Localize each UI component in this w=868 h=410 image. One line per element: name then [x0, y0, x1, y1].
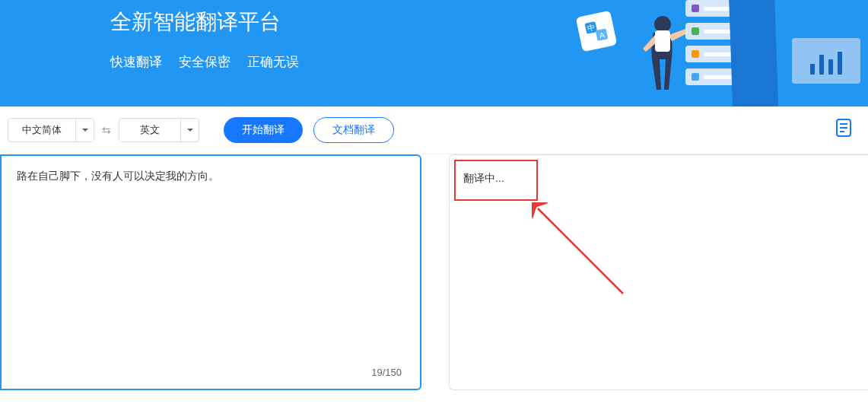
target-text-panel: 翻译中... — [449, 154, 868, 390]
hero-sub-accurate: 正确无误 — [247, 53, 299, 71]
hero-banner: 全新智能翻译平台 快速翻译 安全保密 正确无误 中A — [0, 0, 868, 106]
svg-text:中: 中 — [587, 23, 596, 33]
source-language-select[interactable]: 中文简体 — [8, 118, 94, 142]
target-language-select[interactable]: 英文 — [119, 118, 199, 142]
toolbar: 中文简体 ⇆ 英文 开始翻译 文档翻译 — [0, 106, 868, 154]
hero-sub-secure: 安全保密 — [179, 53, 231, 71]
person-icon — [641, 14, 687, 105]
translation-panels: 路在自己脚下，没有人可以决定我的方向。 19/150 翻译中... — [0, 154, 868, 390]
history-icon[interactable] — [833, 117, 854, 138]
start-translate-button[interactable]: 开始翻译 — [224, 117, 303, 143]
translation-status: 翻译中... — [463, 172, 504, 186]
chevron-down-icon[interactable] — [180, 119, 199, 141]
hero-sub-fast: 快速翻译 — [110, 53, 162, 71]
annotation-arrow-icon — [532, 202, 631, 301]
stats-card-icon — [792, 38, 860, 84]
source-language-label: 中文简体 — [8, 119, 75, 141]
svg-point-4 — [654, 16, 671, 33]
character-count: 19/150 — [371, 367, 402, 378]
source-text[interactable]: 路在自己脚下，没有人可以决定我的方向。 — [17, 170, 405, 183]
swap-languages-icon[interactable]: ⇆ — [102, 124, 111, 136]
target-language-label: 英文 — [119, 119, 180, 141]
chevron-down-icon[interactable] — [75, 119, 94, 141]
phone-panel-icon — [729, 0, 779, 106]
document-translate-button[interactable]: 文档翻译 — [313, 117, 394, 143]
svg-rect-5 — [655, 30, 670, 52]
translate-badge-icon: 中A — [576, 11, 618, 52]
source-text-panel[interactable]: 路在自己脚下，没有人可以决定我的方向。 19/150 — [0, 154, 421, 390]
hero-illustration: 中A — [442, 0, 868, 106]
svg-line-10 — [538, 208, 623, 294]
